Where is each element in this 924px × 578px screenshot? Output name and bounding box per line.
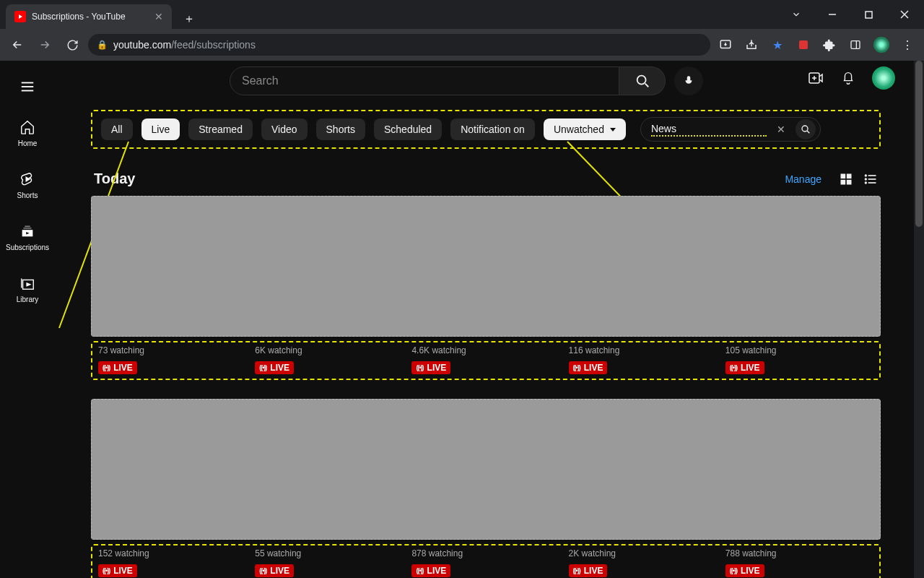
filter-search-value: News [651, 123, 767, 137]
list-view-icon[interactable] [863, 172, 878, 186]
svg-rect-25 [847, 179, 852, 184]
voice-search-button[interactable] [674, 66, 703, 95]
video-meta-cell[interactable]: 4.6K watchingLIVE [407, 345, 564, 374]
svg-rect-5 [799, 40, 808, 49]
chip-notification-on[interactable]: Notification on [450, 118, 535, 140]
video-meta-row: 73 watchingLIVE6K watchingLIVE4.6K watch… [91, 341, 881, 380]
chip-live[interactable]: Live [141, 118, 180, 140]
sidebar-label: Subscriptions [6, 243, 49, 251]
svg-rect-24 [841, 179, 846, 184]
search-button[interactable] [619, 66, 666, 95]
video-meta-cell[interactable]: 878 watchingLIVE [407, 548, 564, 577]
chip-streamed[interactable]: Streamed [188, 118, 253, 140]
shorts-icon [19, 171, 36, 188]
window-close-button[interactable] [888, 3, 921, 26]
titlebar: Subscriptions - YouTube ✕ ＋ [0, 0, 924, 29]
search-placeholder: Search [242, 74, 279, 87]
watching-count: 105 watching [725, 345, 878, 355]
filter-search-field[interactable]: News ✕ [640, 117, 821, 142]
svg-point-29 [866, 175, 867, 176]
video-meta-cell[interactable]: 6K watchingLIVE [250, 345, 407, 374]
video-meta-cell[interactable]: 55 watchingLIVE [250, 548, 407, 577]
create-button[interactable] [807, 69, 824, 87]
video-meta-cell[interactable]: 788 watchingLIVE [721, 548, 878, 577]
watching-count: 152 watching [98, 548, 250, 558]
video-meta-cell[interactable]: 105 watchingLIVE [721, 345, 878, 374]
svg-rect-6 [851, 41, 860, 49]
scrollbar-thumb[interactable] [915, 61, 923, 227]
chip-shorts[interactable]: Shorts [316, 118, 365, 140]
sidebar-label: Library [17, 296, 39, 303]
browser-chrome: Subscriptions - YouTube ✕ ＋ 🔒 youtube.co… [0, 0, 924, 61]
sidebar-item-shorts[interactable]: Shorts [0, 159, 55, 211]
video-meta-cell[interactable]: 116 watchingLIVE [565, 345, 721, 374]
browser-toolbar: 🔒 youtube.com/feed/subscriptions ★ ⋮ [0, 29, 924, 61]
live-badge: LIVE [725, 361, 764, 374]
watching-count: 788 watching [725, 548, 878, 558]
bookmark-star-icon[interactable]: ★ [767, 34, 788, 56]
watching-count: 878 watching [411, 548, 564, 558]
chip-scheduled[interactable]: Scheduled [374, 118, 442, 140]
live-badge: LIVE [98, 564, 137, 577]
live-badge: LIVE [411, 361, 450, 374]
scrollbar[interactable] [914, 61, 924, 578]
svg-point-18 [802, 126, 808, 131]
main-content: Search All Live Streamed Video Shorts Sc… [55, 61, 924, 578]
sidebar-item-subscriptions[interactable]: Subscriptions [0, 211, 55, 263]
video-meta-cell[interactable]: 73 watchingLIVE [94, 345, 250, 374]
watching-count: 6K watching [255, 345, 407, 355]
live-badge: LIVE [255, 361, 294, 374]
thumbnail-strip[interactable] [91, 399, 881, 540]
svg-rect-1 [866, 12, 872, 18]
sidebar-item-library[interactable]: Library [0, 263, 55, 315]
tab-search-icon[interactable] [780, 3, 813, 26]
nav-forward-button[interactable] [33, 33, 56, 56]
install-app-icon[interactable] [715, 34, 736, 56]
nav-back-button[interactable] [6, 33, 29, 56]
share-icon[interactable] [741, 34, 762, 56]
sidebar-label: Shorts [17, 191, 38, 199]
thumbnail-strip[interactable] [91, 196, 881, 337]
window-maximize-button[interactable] [852, 3, 885, 26]
nav-reload-button[interactable] [61, 33, 84, 56]
watching-count: 73 watching [98, 345, 250, 355]
svg-point-12 [637, 76, 645, 85]
url-path: /feed/subscriptions [171, 39, 256, 51]
sidepanel-icon[interactable] [845, 34, 866, 56]
extension-icon-1[interactable] [793, 34, 814, 56]
live-badge: LIVE [569, 361, 608, 374]
profile-button[interactable] [871, 34, 892, 56]
home-icon [19, 118, 36, 136]
svg-rect-22 [841, 173, 846, 178]
watching-count: 116 watching [569, 345, 721, 355]
chip-video[interactable]: Video [261, 118, 308, 140]
guide-toggle-button[interactable] [13, 72, 42, 101]
address-bar[interactable]: 🔒 youtube.com/feed/subscriptions [88, 34, 710, 56]
browser-tab[interactable]: Subscriptions - YouTube ✕ [6, 4, 172, 29]
youtube-favicon [14, 11, 26, 22]
clear-icon[interactable]: ✕ [771, 119, 791, 139]
notifications-button[interactable] [840, 70, 856, 86]
video-meta-cell[interactable]: 2K watchingLIVE [565, 548, 721, 577]
video-meta-cell[interactable]: 152 watchingLIVE [94, 548, 250, 577]
account-avatar[interactable] [872, 66, 895, 90]
manage-link[interactable]: Manage [785, 173, 821, 185]
tab-close-icon[interactable]: ✕ [154, 11, 163, 22]
lock-icon: 🔒 [97, 40, 108, 50]
video-meta-row: 152 watchingLIVE55 watchingLIVE878 watch… [91, 544, 881, 578]
new-tab-button[interactable]: ＋ [179, 9, 199, 29]
subscriptions-icon [19, 223, 36, 240]
filter-search-icon[interactable] [796, 119, 816, 139]
sidebar-item-home[interactable]: Home [0, 107, 55, 159]
extensions-icon[interactable] [819, 34, 840, 56]
unwatched-dropdown[interactable]: Unwatched [544, 118, 626, 140]
tab-title: Subscriptions - YouTube [32, 12, 149, 22]
grid-view-icon[interactable] [839, 172, 853, 186]
window-minimize-button[interactable] [816, 3, 849, 26]
browser-menu-button[interactable]: ⋮ [897, 34, 918, 56]
chip-all[interactable]: All [101, 118, 133, 140]
live-badge: LIVE [255, 564, 294, 577]
video-row: 152 watchingLIVE55 watchingLIVE878 watch… [91, 399, 881, 578]
svg-line-13 [645, 84, 648, 87]
search-input[interactable]: Search [230, 66, 619, 95]
